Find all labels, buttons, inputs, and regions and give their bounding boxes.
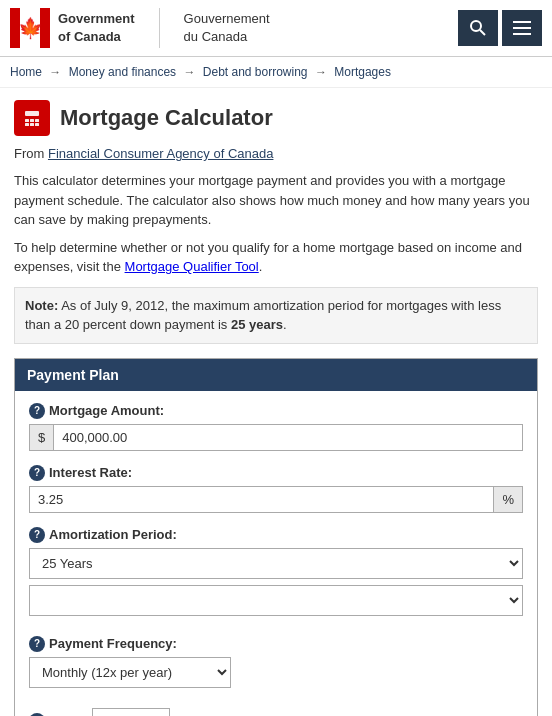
interest-rate-help-icon[interactable]: ? <box>29 465 45 481</box>
gov-en-text: Government of Canada <box>58 10 135 46</box>
svg-rect-13 <box>35 119 39 122</box>
payment-frequency-label: Payment Frequency: <box>49 636 177 651</box>
breadcrumb: Home → Money and finances → Debt and bor… <box>0 57 552 88</box>
qualifier-link[interactable]: Mortgage Qualifier Tool <box>125 259 259 274</box>
government-logo: 🍁 Government of Canada Gouvernement du C… <box>10 8 270 48</box>
breadcrumb-debt[interactable]: Debt and borrowing <box>203 65 308 79</box>
menu-icon <box>513 21 531 35</box>
mortgage-amount-group: ? Mortgage Amount: $ <box>29 403 523 451</box>
svg-rect-14 <box>25 123 29 126</box>
amortization-help-icon[interactable]: ? <box>29 527 45 543</box>
percent-suffix: % <box>493 487 522 512</box>
interest-rate-group: ? Interest Rate: % <box>29 465 523 513</box>
amortization-label: Amortization Period: <box>49 527 177 542</box>
mortgage-amount-label-row: ? Mortgage Amount: <box>29 403 523 419</box>
mortgage-amount-label: Mortgage Amount: <box>49 403 164 418</box>
breadcrumb-arrow-1: → <box>49 65 64 79</box>
menu-button[interactable] <box>502 10 542 46</box>
svg-rect-12 <box>30 119 34 122</box>
svg-rect-16 <box>35 123 39 126</box>
svg-line-5 <box>480 30 485 35</box>
interest-rate-label: Interest Rate: <box>49 465 132 480</box>
breadcrumb-money[interactable]: Money and finances <box>69 65 176 79</box>
plan-body: ? Mortgage Amount: $ ? Interest Rate: % <box>15 391 537 717</box>
search-button[interactable] <box>458 10 498 46</box>
note-bold: 25 years <box>231 317 283 332</box>
note-box: Note: As of July 9, 2012, the maximum am… <box>14 287 538 344</box>
desc-para-1: This calculator determines your mortgage… <box>14 171 538 230</box>
header-search-area <box>458 10 542 46</box>
amortization-sub-select[interactable] <box>29 585 523 616</box>
term-select[interactable]: 2 Years 1 Year 3 Years 4 Years 5 Years <box>92 708 170 717</box>
page-title: Mortgage Calculator <box>60 105 273 131</box>
svg-rect-10 <box>25 111 39 116</box>
interest-rate-input-wrap: % <box>29 486 523 513</box>
breadcrumb-home[interactable]: Home <box>10 65 42 79</box>
mortgage-amount-help-icon[interactable]: ? <box>29 403 45 419</box>
maple-leaf-icon: 🍁 <box>10 8 50 48</box>
payment-frequency-label-row: ? Payment Frequency: <box>29 636 523 652</box>
payment-frequency-group: ? Payment Frequency: Monthly (12x per ye… <box>29 636 523 694</box>
svg-rect-11 <box>25 119 29 122</box>
term-group: ? Term: 2 Years 1 Year 3 Years 4 Years 5… <box>29 708 523 717</box>
svg-text:🍁: 🍁 <box>18 16 43 40</box>
search-icon <box>469 19 487 37</box>
note-end: . <box>283 317 287 332</box>
payment-frequency-select[interactable]: Monthly (12x per year) Semi-monthly (24x… <box>29 657 231 688</box>
description-area: This calculator determines your mortgage… <box>14 171 538 277</box>
page-title-area: Mortgage Calculator <box>14 100 538 136</box>
header-divider <box>159 8 160 48</box>
amortization-label-row: ? Amortization Period: <box>29 527 523 543</box>
breadcrumb-arrow-3: → <box>315 65 330 79</box>
mortgage-amount-input-wrap: $ <box>29 424 523 451</box>
svg-point-4 <box>471 21 481 31</box>
interest-rate-label-row: ? Interest Rate: <box>29 465 523 481</box>
payment-plan-header: Payment Plan <box>15 359 537 391</box>
term-row: ? Term: 2 Years 1 Year 3 Years 4 Years 5… <box>29 708 523 717</box>
interest-rate-input[interactable] <box>30 487 493 512</box>
calculator-icon <box>14 100 50 136</box>
svg-rect-15 <box>30 123 34 126</box>
gov-fr-text: Gouvernement du Canada <box>184 10 270 46</box>
page-content: Mortgage Calculator From Financial Consu… <box>0 88 552 716</box>
breadcrumb-mortgages[interactable]: Mortgages <box>334 65 391 79</box>
breadcrumb-arrow-2: → <box>183 65 198 79</box>
site-header: 🍁 Government of Canada Gouvernement du C… <box>0 0 552 57</box>
note-label: Note: <box>25 298 58 313</box>
desc-para-2: To help determine whether or not you qua… <box>14 238 538 277</box>
from-line: From Financial Consumer Agency of Canada <box>14 146 538 161</box>
mortgage-amount-input[interactable] <box>54 425 522 450</box>
calc-svg-icon <box>20 106 44 130</box>
amortization-group: ? Amortization Period: 25 Years 10 Years… <box>29 527 523 622</box>
agency-link[interactable]: Financial Consumer Agency of Canada <box>48 146 273 161</box>
dollar-prefix: $ <box>30 425 54 450</box>
amortization-select[interactable]: 25 Years 10 Years 15 Years 20 Years 30 Y… <box>29 548 523 579</box>
payment-plan-card: Payment Plan ? Mortgage Amount: $ ? Inte… <box>14 358 538 717</box>
payment-frequency-help-icon[interactable]: ? <box>29 636 45 652</box>
